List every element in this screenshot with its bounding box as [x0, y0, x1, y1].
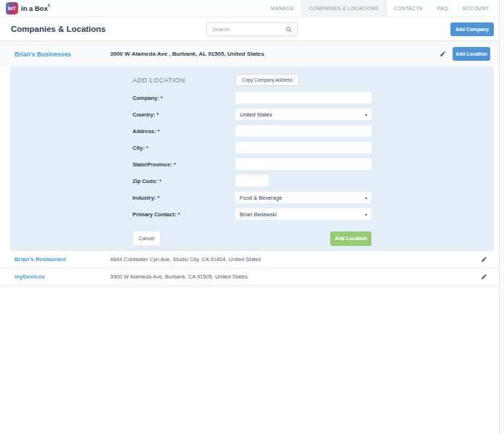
primary-contact-field-label: Primary Contact: * [133, 211, 235, 218]
app-logo: IoT in a Box® [6, 2, 50, 14]
main-nav: MANAGE COMPANIES & LOCATIONS CONTACTS FA… [264, 0, 496, 17]
country-select[interactable]: United States ▾ [235, 109, 371, 120]
vertical-scrollbar[interactable] [499, 0, 504, 434]
nav-item-contacts[interactable]: CONTACTS [387, 0, 430, 17]
edit-company-button[interactable] [481, 271, 487, 282]
company-row-actions: Add Location [440, 47, 490, 61]
form-row-country: Country: * United States ▾ [133, 109, 494, 120]
page-header: Companies & Locations Add Company [0, 17, 499, 41]
company-name-link[interactable]: myDevices [0, 273, 110, 280]
industry-selected-value: Food & Beverage [240, 195, 282, 201]
nav-item-faq[interactable]: FAQ [430, 0, 455, 17]
state-input[interactable] [235, 158, 371, 170]
company-input[interactable] [235, 92, 371, 103]
industry-field-label: Industry: * [133, 195, 235, 201]
caret-down-icon: ▾ [365, 112, 367, 117]
edit-company-button[interactable] [481, 254, 487, 265]
company-name-link[interactable]: Brian's Restaurant [0, 256, 110, 263]
logo-name: in a Box® [21, 4, 50, 12]
company-name-link[interactable]: Brian's Businesses [0, 51, 110, 58]
form-row-primary-contact: Primary Contact: * Brian Bielawski ▾ [133, 208, 494, 220]
company-row-brians-businesses: Brian's Businesses 3900 W Alameda Ave , … [0, 41, 499, 67]
address-field-label: Address: * [133, 128, 235, 135]
company-field-label: Company: * [133, 95, 235, 101]
add-location-form: ADD LOCATION Copy Company Address Compan… [10, 67, 494, 251]
company-row-brians-restaurant: Brian's Restaurant 4644 Coldwater Cyn Av… [0, 251, 499, 268]
zip-field-label: Zip Code: * [133, 178, 235, 184]
top-nav-bar: IoT in a Box® MANAGE COMPANIES & LOCATIO… [0, 0, 499, 17]
zip-input[interactable] [235, 175, 269, 187]
copy-company-address-button[interactable]: Copy Company Address [235, 74, 299, 86]
nav-item-companies-locations[interactable]: COMPANIES & LOCATIONS [301, 0, 387, 17]
form-actions: Cancel Add Location [133, 231, 371, 246]
company-address: 4644 Coldwater Cyn Ave, Studio City, CA … [110, 256, 261, 263]
pencil-icon [440, 48, 446, 59]
caret-down-icon: ▾ [365, 195, 367, 200]
state-field-label: State/Province: * [133, 161, 235, 168]
pencil-icon [481, 254, 487, 265]
country-field-label: Country: * [133, 111, 235, 118]
form-title: ADD LOCATION [133, 77, 235, 84]
page-title: Companies & Locations [11, 25, 106, 33]
pencil-icon [481, 271, 487, 282]
form-row-state: State/Province: * [133, 158, 494, 170]
form-row-company: Company: * [133, 92, 494, 103]
submit-add-location-button[interactable]: Add Location [330, 231, 371, 246]
page: IoT in a Box® MANAGE COMPANIES & LOCATIO… [0, 0, 499, 434]
search-box [206, 22, 298, 36]
address-input[interactable] [235, 125, 371, 137]
caret-down-icon: ▾ [365, 212, 367, 217]
company-address: 3900 W Alameda Ave , Burbank, AL 91505, … [110, 51, 264, 57]
search-icon[interactable] [285, 26, 293, 33]
add-company-button[interactable]: Add Company [450, 22, 494, 36]
form-row-address: Address: * [133, 125, 494, 137]
cancel-button[interactable]: Cancel [133, 231, 161, 246]
industry-select[interactable]: Food & Beverage ▾ [235, 192, 371, 203]
form-row-industry: Industry: * Food & Beverage ▾ [133, 192, 494, 203]
nav-item-manage[interactable]: MANAGE [264, 0, 301, 17]
logo-icon: IoT [6, 2, 18, 14]
form-header: ADD LOCATION Copy Company Address [133, 74, 494, 86]
company-row-mydevices: myDevices 3900 W Alameda Ave, Burbank, C… [0, 268, 499, 286]
primary-contact-selected-value: Brian Bielawski [240, 211, 277, 218]
company-address: 3900 W Alameda Ave, Burbank, CA 91505, U… [110, 273, 248, 280]
city-input[interactable] [235, 142, 371, 153]
nav-item-account[interactable]: ACCOUNT [455, 0, 496, 17]
primary-contact-select[interactable]: Brian Bielawski ▾ [235, 208, 371, 220]
form-row-zip: Zip Code: * [133, 175, 494, 187]
city-field-label: City: * [133, 145, 235, 151]
add-location-button[interactable]: Add Location [453, 47, 490, 61]
country-selected-value: United States [240, 111, 272, 118]
registered-mark: ® [48, 4, 50, 8]
form-row-city: City: * [133, 142, 494, 153]
edit-company-button[interactable] [440, 48, 446, 59]
search-input[interactable] [207, 26, 285, 33]
